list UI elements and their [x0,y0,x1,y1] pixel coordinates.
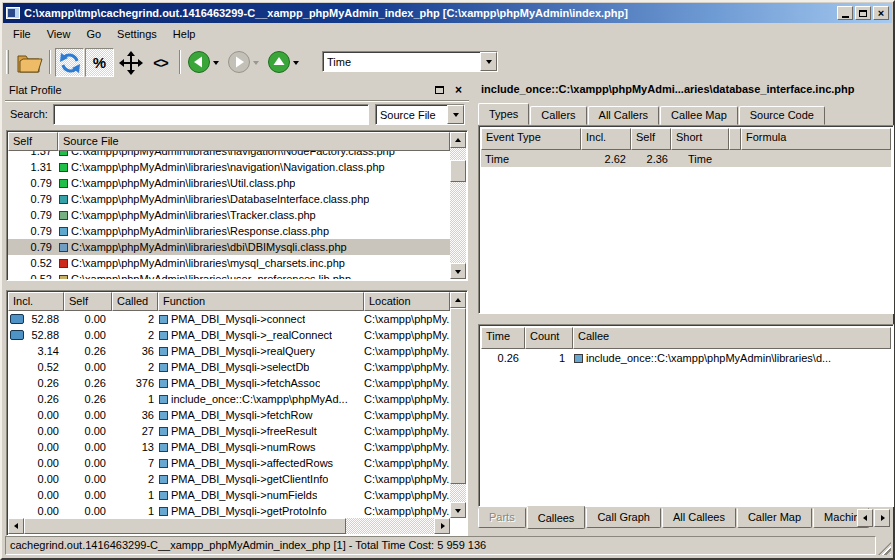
table-row[interactable]: 1.37 C:\xampp\phpMyAdmin\libraries\navig… [8,151,450,159]
tab[interactable]: All Callees [662,508,736,528]
tab-scroll-right-button[interactable] [874,509,890,527]
table-row[interactable]: 0.79 C:\xampp\phpMyAdmin\libraries\Util.… [8,175,450,191]
time-value: 0.26 [481,352,525,364]
titlebar[interactable]: C:\xampp\tmp\cachegrind.out.1416463299-C… [3,3,892,23]
table-row[interactable]: Time 2.62 2.36 Time [481,150,891,167]
open-file-button[interactable] [15,48,44,77]
tab[interactable]: All Callers [588,106,660,125]
menu-item[interactable]: Go [78,25,109,43]
scroll-right-button[interactable] [434,518,450,534]
tab-scroll-left-button[interactable] [857,509,873,527]
combo-arrow-button[interactable] [480,52,497,71]
scroll-down-button[interactable] [450,263,466,279]
table-row[interactable]: 0.00 0.00 7 PMA_DBI_Mysqli->affectedRows… [8,455,450,471]
scroll-up-button[interactable] [450,132,466,148]
combo-arrow-button[interactable] [447,105,464,124]
scroll-left-button[interactable] [8,518,24,534]
forward-button[interactable] [227,50,251,74]
table-row[interactable]: 0.26 0.26 1 include_once::C:\xampp\phpMy… [8,391,450,407]
column-header-function[interactable]: Function [158,292,364,311]
menu-item[interactable]: Settings [109,25,165,43]
table-row[interactable]: 0.00 0.00 1 PMA_DBI_Mysqli->getProtoInfo… [8,503,450,518]
percent-toggle-button[interactable]: % [85,48,114,77]
table-row[interactable]: 0.79 C:\xampp\phpMyAdmin\libraries\Datab… [8,191,450,207]
function-table: Incl. Self Called Function Location 52.8… [6,290,468,536]
menu-item[interactable]: View [39,25,79,43]
menu-item[interactable]: File [5,25,39,43]
column-header-self[interactable]: Self [631,128,671,150]
column-header-self[interactable]: Self [64,292,112,311]
column-header-spacer[interactable] [729,128,741,150]
vertical-scrollbar[interactable] [450,292,466,518]
tab[interactable]: Source Code [739,106,825,125]
close-dock-button[interactable]: × [452,84,465,96]
float-dock-button[interactable] [433,84,446,96]
reload-button[interactable] [55,48,84,77]
table-row[interactable]: 0.26 0.26 376 PMA_DBI_Mysqli->fetchAssoc… [8,375,450,391]
tab[interactable]: Types [478,103,529,125]
column-header-event-type[interactable]: Event Type [481,128,581,150]
tab[interactable]: Caller Map [737,508,812,528]
table-row[interactable]: 0.00 0.00 1 PMA_DBI_Mysqli->numFields C:… [8,487,450,503]
reload-icon [58,51,82,75]
scroll-down-button[interactable] [450,502,466,518]
minimize-button[interactable] [837,6,853,20]
tab[interactable]: Callers [530,106,586,125]
column-header-incl[interactable]: Incl. [8,292,64,311]
column-header-self[interactable]: Self [8,132,58,151]
table-row[interactable]: 0.52 C:\xampp\phpMyAdmin\libraries\user_… [8,271,450,279]
scrollbar-thumb[interactable] [450,160,466,182]
table-row[interactable]: 0.00 0.00 27 PMA_DBI_Mysqli->freeResult … [8,423,450,439]
column-header-count[interactable]: Count [525,327,573,349]
shorten-templates-button[interactable]: <> [146,48,175,77]
scrollbar-thumb[interactable] [450,308,466,484]
event-type-select[interactable]: Time [322,51,498,72]
menu-item[interactable]: Help [165,25,204,43]
vertical-scrollbar[interactable] [450,132,466,279]
column-header-source-file[interactable]: Source File [58,132,450,151]
table-row[interactable]: 0.00 0.00 36 PMA_DBI_Mysqli->fetchRow C:… [8,407,450,423]
column-header-called[interactable]: Called [112,292,158,311]
table-row[interactable]: 1.31 C:\xampp\phpMyAdmin\libraries\navig… [8,159,450,175]
move-button[interactable] [116,48,145,77]
back-dropdown-icon[interactable] [213,61,219,68]
tab[interactable]: Callees [527,506,586,529]
scrollbar-thumb[interactable] [24,518,346,534]
table-row[interactable]: 0.79 C:\xampp\phpMyAdmin\libraries\Track… [8,207,450,223]
app-icon [6,7,20,19]
table-row[interactable]: 0.00 0.00 13 PMA_DBI_Mysqli->numRows C:\… [8,439,450,455]
table-row[interactable]: 0.52 0.00 2 PMA_DBI_Mysqli->selectDb C:\… [8,359,450,375]
table-row[interactable]: 0.79 C:\xampp\phpMyAdmin\libraries\Respo… [8,223,450,239]
resize-grip[interactable] [878,542,891,555]
table-row[interactable]: 0.52 C:\xampp\phpMyAdmin\libraries\mysql… [8,255,450,271]
column-header-callee[interactable]: Callee [573,327,891,349]
tab[interactable]: Parts [478,508,526,528]
close-button[interactable]: × [873,6,889,20]
up-dropdown-icon[interactable] [293,61,299,68]
column-header-short[interactable]: Short [671,128,729,150]
column-header-time[interactable]: Time [481,327,525,349]
self-value: 0.52 [8,257,58,269]
column-header-location[interactable]: Location [364,292,450,311]
table-row[interactable]: 0.26 1 include_once::C:\xampp\phpMyAdmin… [481,349,891,367]
back-button[interactable] [187,50,211,74]
horizontal-scrollbar[interactable] [8,518,450,534]
table-row[interactable]: 3.14 0.26 36 PMA_DBI_Mysqli->realQuery C… [8,343,450,359]
up-button[interactable] [267,50,291,74]
column-header-incl[interactable]: Incl. [581,128,631,150]
incl-value: 0.00 [38,457,59,469]
table-row[interactable]: 0.00 0.00 2 PMA_DBI_Mysqli->getClientInf… [8,471,450,487]
close-icon: × [878,8,884,18]
table-row[interactable]: 52.88 0.00 2 PMA_DBI_Mysqli->connect C:\… [8,311,450,327]
toolbar-handle[interactable] [6,50,9,74]
column-header-formula[interactable]: Formula [741,128,891,150]
scroll-up-button[interactable] [450,292,466,308]
tab[interactable]: Callee Map [660,106,738,125]
table-row[interactable]: 0.79 C:\xampp\phpMyAdmin\libraries\dbi\D… [8,239,450,255]
grouping-select[interactable]: Source File [375,104,465,125]
tab[interactable]: Call Graph [586,508,661,528]
maximize-button[interactable] [855,6,871,20]
dock-header[interactable]: Flat Profile × [3,79,471,100]
table-row[interactable]: 52.88 0.00 2 PMA_DBI_Mysqli->_realConnec… [8,327,450,343]
search-input[interactable] [53,104,369,125]
